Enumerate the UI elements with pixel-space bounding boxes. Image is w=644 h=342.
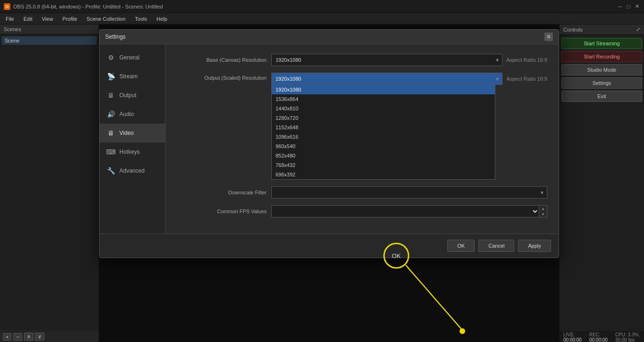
scenes-list: Scene: [0, 34, 99, 47]
modal-close-button[interactable]: ✕: [544, 33, 553, 41]
dropdown-option-960x540[interactable]: 960x540: [272, 142, 495, 151]
output-resolution-dropdown: 1920x1080 1536x864 1440x810 1280x720 115…: [271, 85, 495, 180]
menubar: File Edit View Profile Scene Collection …: [0, 13, 644, 25]
titlebar: O OBS 25.0.8 (64-bit, windows) - Profile…: [0, 0, 644, 13]
expand-icon[interactable]: ⤢: [636, 26, 640, 33]
nav-item-stream[interactable]: 📡 Stream: [100, 67, 165, 86]
fps-control: ▲ ▼: [271, 205, 547, 217]
menu-file[interactable]: File: [2, 15, 18, 23]
ok-button[interactable]: OK: [447, 240, 475, 252]
remove-scene-button[interactable]: −: [13, 333, 22, 341]
titlebar-left: O OBS 25.0.8 (64-bit, windows) - Profile…: [4, 3, 163, 10]
nav-label-hotkeys: Hotkeys: [119, 149, 140, 155]
dropdown-option-1920x1080[interactable]: 1920x1080: [272, 85, 495, 94]
rec-time: 00:00:00: [589, 337, 608, 342]
downscale-filter-label: Downscale Filter: [177, 190, 271, 195]
dropdown-option-1280x720[interactable]: 1280x720: [272, 113, 495, 123]
settings-nav: ⚙ General 📡 Stream 🖥 Output 🔊: [100, 44, 166, 234]
nav-item-video[interactable]: 🖥 Video: [100, 124, 165, 142]
menu-help[interactable]: Help: [153, 15, 171, 23]
menu-view[interactable]: View: [38, 15, 57, 23]
modal-titlebar: Settings ✕: [100, 30, 559, 44]
hotkeys-icon: ⌨: [106, 147, 116, 157]
add-scene-button[interactable]: +: [3, 333, 11, 341]
general-icon: ⚙: [106, 53, 116, 62]
fps-spinner: ▲ ▼: [539, 205, 547, 217]
cancel-button[interactable]: Cancel: [478, 240, 514, 252]
minimize-button[interactable]: ─: [617, 3, 623, 10]
audio-icon: 🔊: [106, 109, 116, 119]
modal-footer: OK Cancel Apply: [100, 234, 559, 258]
rec-indicator: REC: 00:00:00: [589, 332, 608, 342]
controls-title: Controls: [563, 27, 583, 33]
settings-modal: Settings ✕ ⚙ General 📡 Stream: [99, 29, 559, 258]
output-resolution-label: Output (Scaled) Resolution: [177, 73, 271, 81]
dropdown-option-1536x864[interactable]: 1536x864: [272, 94, 495, 104]
downscale-filter-control: ▼: [271, 186, 547, 199]
maximize-button[interactable]: □: [625, 3, 632, 10]
nav-label-video: Video: [119, 130, 134, 136]
start-streaming-button[interactable]: Start Streaming: [561, 38, 642, 49]
fps-select-wrap: ▲ ▼: [271, 205, 547, 217]
exit-button[interactable]: Exit: [561, 91, 642, 102]
scenes-panel-header: Scenes: [0, 25, 99, 34]
base-resolution-label: Base (Canvas) Resolution: [177, 57, 271, 63]
advanced-icon: 🔧: [106, 166, 116, 175]
fps-up-button[interactable]: ▲: [539, 206, 547, 211]
settings-button[interactable]: Settings: [561, 77, 642, 89]
cpu-label: CPU: 3.3%, 30.00 fps: [615, 332, 640, 342]
base-resolution-select[interactable]: 1920x1080: [271, 54, 502, 66]
menu-scene-collection[interactable]: Scene Collection: [83, 15, 130, 23]
scene-nav-arrows: ∧ ∨: [24, 333, 44, 341]
right-panel: Controls ⤢ Start Streaming Start Recordi…: [559, 25, 644, 342]
base-resolution-row: Base (Canvas) Resolution 1920x1080 ▼ Asp…: [177, 54, 547, 66]
scene-down-button[interactable]: ∨: [35, 333, 44, 341]
nav-item-audio[interactable]: 🔊 Audio: [100, 105, 165, 124]
fps-down-button[interactable]: ▼: [539, 211, 547, 217]
base-resolution-control: 1920x1080 ▼ Aspect Ratio 16:9: [271, 54, 547, 66]
live-indicator: LIVE: 00:00:00: [563, 332, 582, 342]
app-icon: O: [4, 3, 10, 10]
nav-item-general[interactable]: ⚙ General: [100, 48, 165, 67]
dropdown-option-1096x616[interactable]: 1096x616: [272, 132, 495, 142]
apply-button[interactable]: Apply: [518, 240, 551, 252]
scene-item[interactable]: Scene: [2, 36, 97, 45]
controls-list: Start Streaming Start Recording Studio M…: [560, 35, 644, 105]
nav-item-output[interactable]: 🖥 Output: [100, 86, 165, 105]
live-time: 00:00:00: [563, 337, 582, 342]
fps-select[interactable]: [271, 205, 539, 217]
nav-label-audio: Audio: [119, 111, 134, 117]
window-title: OBS 25.0.8 (64-bit, windows) - Profile: …: [13, 4, 163, 9]
downscale-filter-select[interactable]: [271, 186, 547, 199]
dropdown-option-852x480[interactable]: 852x480: [272, 151, 495, 160]
dropdown-option-1152x648[interactable]: 1152x648: [272, 123, 495, 132]
menu-tools[interactable]: Tools: [131, 15, 151, 23]
dropdown-option-696x392[interactable]: 696x392: [272, 170, 495, 179]
modal-title: Settings: [105, 33, 125, 40]
start-recording-button[interactable]: Start Recording: [561, 51, 642, 62]
scene-up-button[interactable]: ∧: [24, 333, 33, 341]
output-resolution-display[interactable]: 1920x1080: [271, 73, 502, 85]
downscale-filter-row: Downscale Filter ▼: [177, 186, 547, 199]
workspace: Settings ✕ ⚙ General 📡 Stream: [99, 25, 559, 342]
nav-item-advanced[interactable]: 🔧 Advanced: [100, 161, 165, 180]
fps-row: Common FPS Values ▲ ▼: [177, 205, 547, 217]
status-bar: LIVE: 00:00:00 REC: 00:00:00 CPU: 3.3%, …: [560, 332, 644, 342]
scenes-panel-footer: + − ∧ ∨: [0, 331, 99, 342]
left-sidebar: Scenes Scene + − ∧ ∨: [0, 25, 99, 342]
dropdown-option-768x432[interactable]: 768x432: [272, 160, 495, 170]
titlebar-controls[interactable]: ─ □ ✕: [617, 3, 640, 10]
close-button[interactable]: ✕: [634, 3, 640, 10]
base-aspect-label: Aspect Ratio 16:9: [506, 57, 547, 63]
nav-label-output: Output: [119, 92, 136, 99]
menu-edit[interactable]: Edit: [20, 15, 36, 23]
nav-label-stream: Stream: [119, 73, 138, 80]
scenes-panel: Scenes Scene: [0, 25, 99, 331]
menu-profile[interactable]: Profile: [59, 15, 81, 23]
fps-label: Common FPS Values: [177, 209, 271, 214]
nav-item-hotkeys[interactable]: ⌨ Hotkeys: [100, 142, 165, 161]
dropdown-option-1440x810[interactable]: 1440x810: [272, 104, 495, 113]
output-icon: 🖥: [106, 91, 116, 100]
studio-mode-button[interactable]: Studio Mode: [561, 64, 642, 75]
modal-body: ⚙ General 📡 Stream 🖥 Output 🔊: [100, 44, 559, 234]
